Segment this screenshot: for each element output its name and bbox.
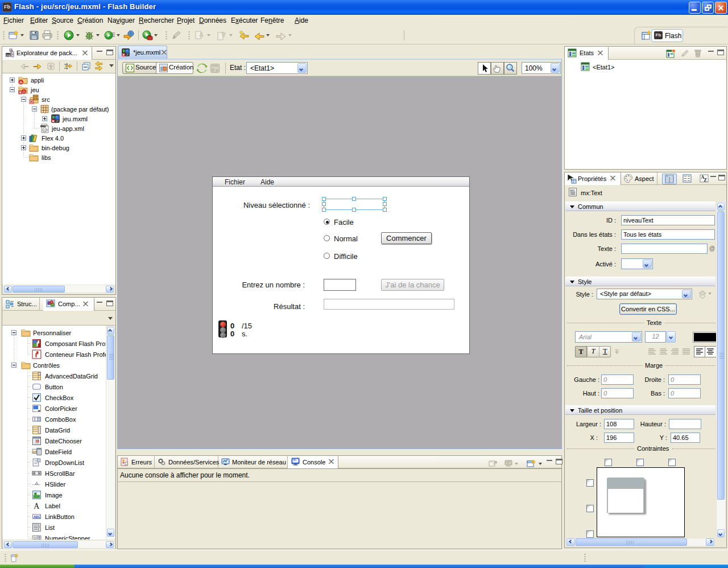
svg-text:08: 08 <box>33 450 37 454</box>
svg-text:Jf: Jf <box>126 53 129 56</box>
svg-text:ABC: ABC <box>34 515 41 518</box>
svg-text:I: I <box>34 418 36 422</box>
svg-text:</>: </> <box>43 128 48 132</box>
svg-text:abc: abc <box>570 188 575 192</box>
svg-text:Jf: Jf <box>55 120 59 123</box>
svg-text:Z: Z <box>704 178 707 183</box>
svg-text:10: 10 <box>33 536 38 540</box>
svg-text:A: A <box>34 502 39 511</box>
